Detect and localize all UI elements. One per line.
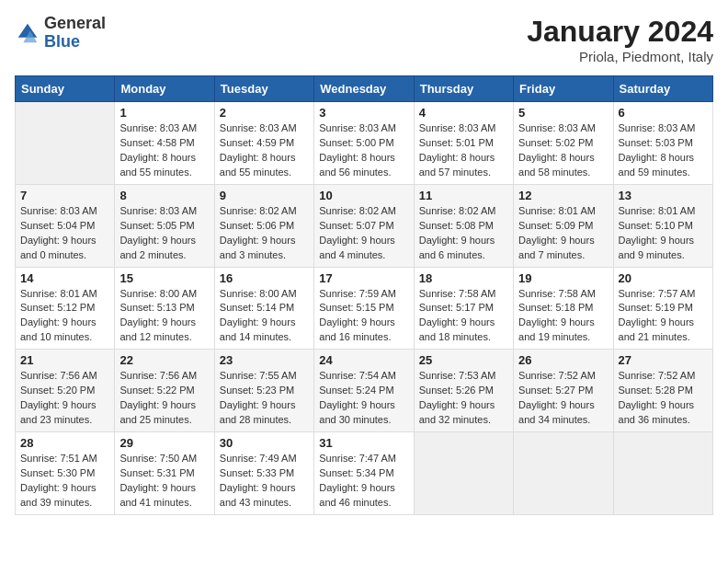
day-number: 1 bbox=[119, 106, 209, 120]
day-info: Sunrise: 7:56 AMSunset: 5:22 PMDaylight:… bbox=[119, 369, 209, 428]
column-header-tuesday: Tuesday bbox=[214, 76, 313, 102]
day-number: 4 bbox=[419, 106, 508, 120]
calendar-cell: 21Sunrise: 7:56 AMSunset: 5:20 PMDayligh… bbox=[16, 350, 115, 432]
day-info: Sunrise: 7:59 AMSunset: 5:15 PMDaylight:… bbox=[319, 287, 408, 346]
day-number: 26 bbox=[518, 353, 608, 367]
calendar-cell: 28Sunrise: 7:51 AMSunset: 5:30 PMDayligh… bbox=[16, 432, 115, 515]
day-info: Sunrise: 7:47 AMSunset: 5:34 PMDaylight:… bbox=[319, 452, 408, 511]
day-info: Sunrise: 8:03 AMSunset: 5:03 PMDaylight:… bbox=[619, 121, 708, 180]
logo-blue-text: Blue bbox=[44, 33, 106, 52]
week-row-5: 28Sunrise: 7:51 AMSunset: 5:30 PMDayligh… bbox=[16, 432, 713, 515]
day-info: Sunrise: 7:51 AMSunset: 5:30 PMDaylight:… bbox=[20, 452, 109, 511]
day-info: Sunrise: 7:58 AMSunset: 5:17 PMDaylight:… bbox=[419, 287, 508, 346]
calendar-cell: 29Sunrise: 7:50 AMSunset: 5:31 PMDayligh… bbox=[115, 432, 214, 515]
day-info: Sunrise: 7:58 AMSunset: 5:18 PMDaylight:… bbox=[518, 287, 608, 346]
day-number: 6 bbox=[619, 106, 708, 120]
day-number: 12 bbox=[518, 189, 608, 202]
calendar-cell bbox=[414, 432, 513, 515]
calendar-cell: 17Sunrise: 7:59 AMSunset: 5:15 PMDayligh… bbox=[314, 267, 414, 350]
day-info: Sunrise: 8:03 AMSunset: 4:58 PMDaylight:… bbox=[119, 121, 209, 180]
day-number: 19 bbox=[518, 271, 608, 285]
calendar-cell: 5Sunrise: 8:03 AMSunset: 5:02 PMDaylight… bbox=[514, 102, 613, 185]
day-number: 7 bbox=[20, 189, 109, 202]
column-header-saturday: Saturday bbox=[613, 76, 712, 102]
calendar-cell: 6Sunrise: 8:03 AMSunset: 5:03 PMDaylight… bbox=[613, 102, 712, 185]
day-info: Sunrise: 7:55 AMSunset: 5:23 PMDaylight:… bbox=[220, 369, 309, 428]
logo-text: General Blue bbox=[44, 15, 106, 52]
day-info: Sunrise: 7:49 AMSunset: 5:33 PMDaylight:… bbox=[220, 452, 309, 511]
day-info: Sunrise: 8:03 AMSunset: 4:59 PMDaylight:… bbox=[220, 121, 309, 180]
logo: General Blue bbox=[15, 15, 106, 52]
day-info: Sunrise: 8:03 AMSunset: 5:01 PMDaylight:… bbox=[419, 121, 508, 180]
logo-general-text: General bbox=[44, 15, 106, 33]
header: General Blue January 2024 Priola, Piedmo… bbox=[15, 15, 713, 64]
column-header-wednesday: Wednesday bbox=[314, 76, 414, 102]
calendar-cell: 2Sunrise: 8:03 AMSunset: 4:59 PMDaylight… bbox=[214, 102, 313, 185]
calendar-cell: 11Sunrise: 8:02 AMSunset: 5:08 PMDayligh… bbox=[414, 184, 513, 267]
calendar-cell bbox=[514, 432, 613, 515]
day-number: 2 bbox=[220, 106, 309, 120]
day-info: Sunrise: 7:53 AMSunset: 5:26 PMDaylight:… bbox=[419, 369, 508, 428]
day-info: Sunrise: 8:03 AMSunset: 5:05 PMDaylight:… bbox=[119, 204, 209, 263]
day-number: 16 bbox=[220, 271, 309, 285]
calendar-cell: 10Sunrise: 8:02 AMSunset: 5:07 PMDayligh… bbox=[314, 184, 414, 267]
calendar-cell: 22Sunrise: 7:56 AMSunset: 5:22 PMDayligh… bbox=[115, 350, 214, 432]
day-info: Sunrise: 8:03 AMSunset: 5:02 PMDaylight:… bbox=[518, 121, 608, 180]
day-info: Sunrise: 8:02 AMSunset: 5:06 PMDaylight:… bbox=[220, 204, 309, 263]
calendar-cell: 27Sunrise: 7:52 AMSunset: 5:28 PMDayligh… bbox=[613, 350, 712, 432]
day-number: 28 bbox=[20, 436, 109, 450]
day-number: 5 bbox=[518, 106, 608, 120]
calendar-cell: 18Sunrise: 7:58 AMSunset: 5:17 PMDayligh… bbox=[414, 267, 513, 350]
day-number: 29 bbox=[119, 436, 209, 450]
day-info: Sunrise: 8:03 AMSunset: 5:04 PMDaylight:… bbox=[20, 204, 109, 263]
day-info: Sunrise: 8:00 AMSunset: 5:13 PMDaylight:… bbox=[119, 287, 209, 346]
column-header-monday: Monday bbox=[115, 76, 214, 102]
column-header-sunday: Sunday bbox=[16, 76, 115, 102]
week-row-4: 21Sunrise: 7:56 AMSunset: 5:20 PMDayligh… bbox=[16, 350, 713, 432]
location-title: Priola, Piedmont, Italy bbox=[527, 49, 713, 64]
day-info: Sunrise: 7:57 AMSunset: 5:19 PMDaylight:… bbox=[619, 287, 708, 346]
calendar-cell bbox=[16, 102, 115, 185]
month-title: January 2024 bbox=[527, 15, 713, 49]
day-number: 14 bbox=[20, 271, 109, 285]
calendar-cell: 1Sunrise: 8:03 AMSunset: 4:58 PMDaylight… bbox=[115, 102, 214, 185]
day-info: Sunrise: 8:03 AMSunset: 5:00 PMDaylight:… bbox=[319, 121, 408, 180]
calendar-cell: 12Sunrise: 8:01 AMSunset: 5:09 PMDayligh… bbox=[514, 184, 613, 267]
day-info: Sunrise: 8:00 AMSunset: 5:14 PMDaylight:… bbox=[220, 287, 309, 346]
day-number: 25 bbox=[419, 353, 508, 367]
day-number: 30 bbox=[220, 436, 309, 450]
day-number: 21 bbox=[20, 353, 109, 367]
day-info: Sunrise: 8:02 AMSunset: 5:08 PMDaylight:… bbox=[419, 204, 508, 263]
day-info: Sunrise: 8:02 AMSunset: 5:07 PMDaylight:… bbox=[319, 204, 408, 263]
week-row-1: 1Sunrise: 8:03 AMSunset: 4:58 PMDaylight… bbox=[16, 102, 713, 185]
calendar-cell bbox=[613, 432, 712, 515]
column-header-friday: Friday bbox=[514, 76, 613, 102]
day-number: 20 bbox=[619, 271, 708, 285]
day-info: Sunrise: 8:01 AMSunset: 5:12 PMDaylight:… bbox=[20, 287, 109, 346]
day-number: 11 bbox=[419, 189, 508, 202]
day-info: Sunrise: 8:01 AMSunset: 5:10 PMDaylight:… bbox=[619, 204, 708, 263]
week-row-3: 14Sunrise: 8:01 AMSunset: 5:12 PMDayligh… bbox=[16, 267, 713, 350]
calendar-cell: 7Sunrise: 8:03 AMSunset: 5:04 PMDaylight… bbox=[16, 184, 115, 267]
day-number: 24 bbox=[319, 353, 408, 367]
calendar-cell: 8Sunrise: 8:03 AMSunset: 5:05 PMDaylight… bbox=[115, 184, 214, 267]
day-number: 27 bbox=[619, 353, 708, 367]
calendar-cell: 3Sunrise: 8:03 AMSunset: 5:00 PMDaylight… bbox=[314, 102, 414, 185]
calendar-cell: 31Sunrise: 7:47 AMSunset: 5:34 PMDayligh… bbox=[314, 432, 414, 515]
day-info: Sunrise: 7:52 AMSunset: 5:27 PMDaylight:… bbox=[518, 369, 608, 428]
day-number: 3 bbox=[319, 106, 408, 120]
day-number: 10 bbox=[319, 189, 408, 202]
day-number: 22 bbox=[119, 353, 209, 367]
day-info: Sunrise: 7:52 AMSunset: 5:28 PMDaylight:… bbox=[619, 369, 708, 428]
column-header-thursday: Thursday bbox=[414, 76, 513, 102]
calendar-cell: 13Sunrise: 8:01 AMSunset: 5:10 PMDayligh… bbox=[613, 184, 712, 267]
week-row-2: 7Sunrise: 8:03 AMSunset: 5:04 PMDaylight… bbox=[16, 184, 713, 267]
day-number: 13 bbox=[619, 189, 708, 202]
calendar-cell: 20Sunrise: 7:57 AMSunset: 5:19 PMDayligh… bbox=[613, 267, 712, 350]
calendar-table: SundayMondayTuesdayWednesdayThursdayFrid… bbox=[15, 75, 713, 515]
calendar-cell: 9Sunrise: 8:02 AMSunset: 5:06 PMDaylight… bbox=[214, 184, 313, 267]
calendar-cell: 23Sunrise: 7:55 AMSunset: 5:23 PMDayligh… bbox=[214, 350, 313, 432]
day-info: Sunrise: 7:54 AMSunset: 5:24 PMDaylight:… bbox=[319, 369, 408, 428]
calendar-cell: 26Sunrise: 7:52 AMSunset: 5:27 PMDayligh… bbox=[514, 350, 613, 432]
day-info: Sunrise: 7:56 AMSunset: 5:20 PMDaylight:… bbox=[20, 369, 109, 428]
